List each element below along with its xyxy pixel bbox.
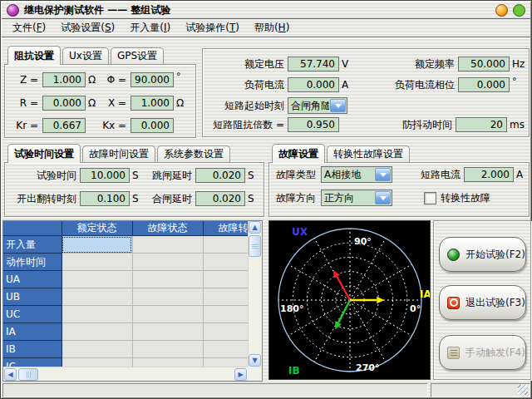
fault-direction-dropdown[interactable]: 正方向 <box>321 190 392 206</box>
menu-item-text: ) <box>286 22 290 33</box>
table-cell[interactable] <box>203 341 248 358</box>
load-phase-field[interactable]: 0.000 <box>458 77 510 92</box>
time-tabs-tab-2[interactable]: 系统参数设置 <box>157 145 230 162</box>
table-cell[interactable] <box>132 271 203 288</box>
flip-time-label: 开出翻转时刻 <box>10 192 76 206</box>
table-cell[interactable] <box>132 306 203 323</box>
fault-type-dropdown[interactable]: A相接地 <box>321 166 392 183</box>
resize-grip[interactable] <box>518 385 528 395</box>
table-cell[interactable] <box>132 236 203 254</box>
menu-item-3[interactable]: 试验操作(T) <box>178 18 247 37</box>
fault-tabs-tab-0[interactable]: 故障设置 <box>272 144 325 163</box>
z-field[interactable]: 1.000 <box>42 72 86 87</box>
fault-type-value: A相接地 <box>322 167 374 182</box>
table-cell[interactable] <box>62 288 132 306</box>
table-cell[interactable] <box>62 323 132 341</box>
load-current-field[interactable]: 0.000 <box>288 77 339 92</box>
table-cell[interactable] <box>132 341 203 358</box>
menu-item-mnemonic: H <box>278 22 286 33</box>
table-cell[interactable] <box>203 358 248 367</box>
convertible-fault-checkbox[interactable] <box>424 192 436 204</box>
polar-axis-label: 0° <box>410 303 421 314</box>
r-field[interactable]: 0.000 <box>42 96 86 111</box>
short-start-dropdown[interactable]: 合闸角随机 <box>288 97 347 114</box>
table-cell[interactable] <box>203 271 248 288</box>
horizontal-scroll-thumb[interactable] <box>18 368 38 381</box>
z-unit: Ω <box>88 74 101 86</box>
close-delay-field[interactable]: 0.020 <box>195 191 245 206</box>
fault-tabs-tab-1[interactable]: 转换性故障设置 <box>327 145 410 162</box>
kx-field[interactable]: 0.000 <box>131 118 174 133</box>
impedance-tabs-tab-0[interactable]: 阻抗设置 <box>7 46 61 65</box>
chevron-down-icon[interactable] <box>375 191 391 204</box>
minimize-button[interactable] <box>495 4 508 17</box>
time-tabs-tab-0[interactable]: 试验时间设置 <box>7 144 81 163</box>
row-header: IB <box>3 341 62 358</box>
table-cell[interactable] <box>203 288 248 306</box>
table-cell[interactable] <box>62 341 132 358</box>
table-cell[interactable] <box>62 254 132 271</box>
trip-delay-field[interactable]: 0.020 <box>195 168 245 183</box>
rated-frequency-field[interactable]: 50.000 <box>458 57 510 71</box>
scroll-up-button[interactable]: ▲ <box>249 221 261 234</box>
menu-item-4[interactable]: 帮助(H) <box>247 18 297 37</box>
exit-test-button[interactable]: 退出试验(F3) <box>439 285 526 320</box>
menu-item-0[interactable]: 文件(F) <box>5 18 53 37</box>
table-cell[interactable] <box>203 323 248 341</box>
manual-trigger-button[interactable]: 手动触发(F4) <box>439 335 526 370</box>
menu-item-1[interactable]: 试验设置(S) <box>53 18 122 37</box>
manual-trigger-label: 手动触发(F4) <box>466 346 525 360</box>
phasor-vector-arrowhead <box>377 297 384 303</box>
vertical-scrollbar[interactable]: ▲ ▼ <box>248 221 262 367</box>
window-title: 继电保护测试软件 —— 整组试验 <box>24 3 490 17</box>
scroll-down-button[interactable]: ▼ <box>249 354 261 367</box>
chevron-down-icon[interactable] <box>375 168 391 181</box>
flip-time-unit: S <box>132 193 144 204</box>
table-cell[interactable] <box>203 236 248 254</box>
start-test-button[interactable]: 开始试验(F2) <box>439 237 526 272</box>
table-cell[interactable] <box>132 288 203 306</box>
test-time-field[interactable]: 10.000 <box>80 168 130 183</box>
rated-voltage-unit: V <box>342 58 357 70</box>
flip-time-field[interactable]: 0.100 <box>80 191 130 206</box>
table-cell[interactable] <box>203 254 248 271</box>
table-row: 开入量 <box>3 236 248 254</box>
table-cell[interactable] <box>203 306 248 323</box>
kr-field[interactable]: 0.667 <box>42 118 86 133</box>
time-tabs-tab-1[interactable]: 故障时间设置 <box>82 145 155 162</box>
rated-frequency-unit: Hz <box>512 58 525 70</box>
table-cell[interactable] <box>62 236 132 254</box>
table-row: 动作时间 <box>3 254 248 271</box>
maximize-button[interactable] <box>513 4 525 17</box>
impedance-tabs-tab-1[interactable]: Ux设置 <box>62 47 109 64</box>
impedance-multiplier-label: 短路阻抗倍数 = <box>208 118 284 132</box>
phi-field[interactable]: 90.000 <box>131 72 174 87</box>
impedance-multiplier-field[interactable]: 0.950 <box>288 117 339 132</box>
action-panel: 开始试验(F2) 退出试验(F3) 手动触发(F4) <box>433 220 531 380</box>
scroll-left-button[interactable]: ◀ <box>4 368 17 381</box>
debounce-field[interactable]: 20 <box>456 117 507 132</box>
convertible-fault-label: 转换性故障 <box>441 191 490 205</box>
table-cell[interactable] <box>62 358 132 367</box>
rated-voltage-field[interactable]: 57.740 <box>288 57 339 71</box>
app-window: 继电保护测试软件 —— 整组试验 文件(F)试验设置(S)开入量(I)试验操作(… <box>0 0 532 399</box>
load-phase-unit: ° <box>512 76 517 86</box>
table-row: UB <box>3 288 248 306</box>
horizontal-scrollbar[interactable]: ◀ ▶ <box>3 367 248 381</box>
table-cell[interactable] <box>62 306 132 323</box>
impedance-tabs-tab-2[interactable]: GPS设置 <box>111 47 164 64</box>
polar-axis-label: 270° <box>356 362 379 373</box>
vertical-scroll-thumb[interactable] <box>249 235 261 257</box>
app-icon[interactable] <box>7 4 19 17</box>
table-cell[interactable] <box>132 254 203 271</box>
table-cell[interactable] <box>132 323 203 341</box>
menu-item-text: 文件( <box>12 22 37 33</box>
x-field[interactable]: 1.000 <box>131 96 174 111</box>
short-current-field[interactable]: 2.000 <box>464 167 514 182</box>
menu-item-2[interactable]: 开入量(I) <box>122 18 178 37</box>
scroll-right-button[interactable]: ▶ <box>234 368 247 381</box>
r-label: R = <box>13 97 38 109</box>
table-cell[interactable] <box>62 271 132 288</box>
table-cell[interactable] <box>132 358 203 367</box>
chevron-down-icon[interactable] <box>330 99 346 112</box>
